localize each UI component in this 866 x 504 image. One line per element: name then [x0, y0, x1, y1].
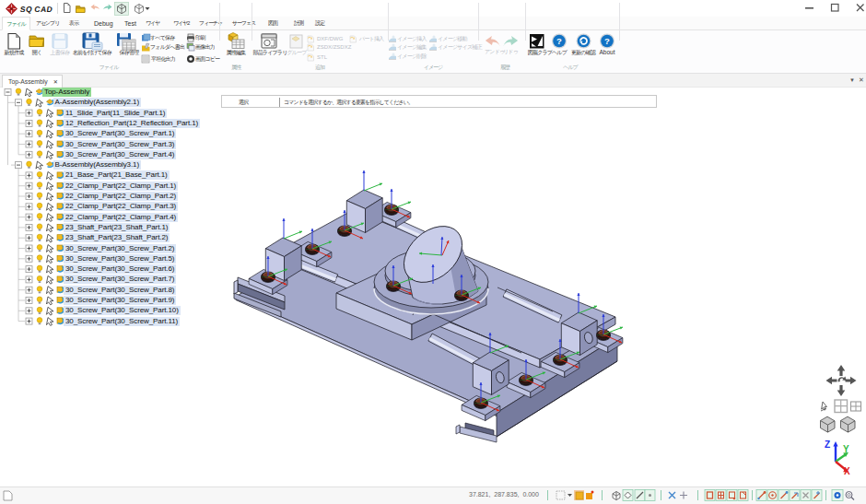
svg-text:Z: Z	[825, 440, 830, 450]
